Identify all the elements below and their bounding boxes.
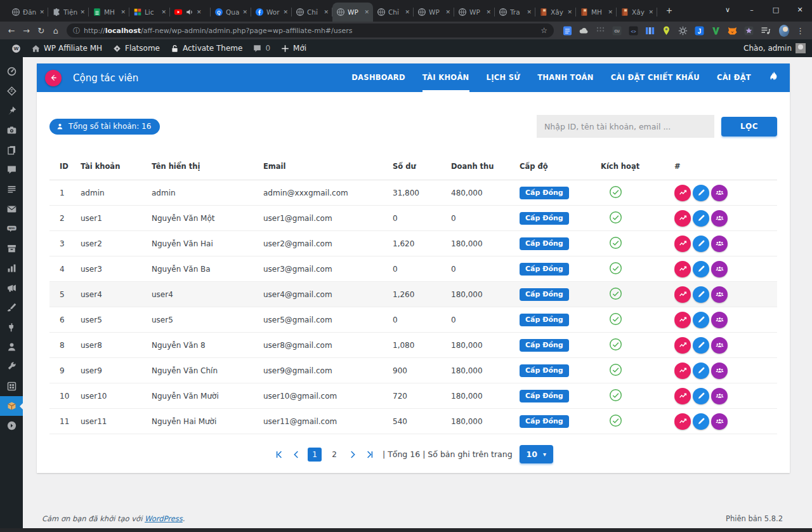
browser-tab[interactable]: Tiện✕ [48, 3, 89, 22]
stats-button[interactable] [674, 261, 691, 277]
referrals-button[interactable] [711, 337, 728, 354]
last-page-button[interactable] [364, 449, 376, 460]
activate-theme-menu[interactable]: Activate Theme [165, 39, 247, 57]
tab-close-icon[interactable]: ✕ [364, 9, 369, 15]
sidebar-item-pages[interactable] [0, 140, 23, 160]
tab-close-icon[interactable]: ✕ [648, 9, 653, 15]
referrals-button[interactable] [711, 185, 728, 201]
edit-button[interactable] [693, 312, 709, 328]
minimize-button[interactable]: – [740, 0, 764, 19]
edit-button[interactable] [693, 210, 709, 227]
page-number-1[interactable]: 1 [308, 448, 322, 462]
back-button[interactable] [45, 70, 62, 86]
sidebar-item-dashboard[interactable] [0, 62, 23, 81]
cloud-extension-icon[interactable] [579, 25, 589, 36]
page-info-icon[interactable]: ⓘ [73, 26, 80, 36]
search-input[interactable] [537, 115, 714, 138]
referrals-button[interactable] [711, 286, 728, 303]
address-bar[interactable]: ⓘ http://localhost/aff-new/wp-admin/admi… [67, 23, 554, 37]
active-check-icon[interactable] [609, 338, 622, 351]
active-check-icon[interactable] [609, 312, 622, 326]
tab-close-icon[interactable]: ✕ [80, 9, 85, 15]
maximize-button[interactable]: □ [764, 0, 788, 19]
tab-close-icon[interactable]: ✕ [161, 9, 166, 15]
browser-tab[interactable]: MH✕ [576, 3, 617, 22]
browser-tab[interactable]: Đăn✕ [8, 3, 48, 22]
tab-search-chevron-icon[interactable]: ∨ [716, 0, 740, 19]
prev-page-button[interactable] [291, 449, 302, 460]
tab-dashboard[interactable]: DASHBOARD [351, 63, 405, 92]
filter-button[interactable]: LỌC [721, 117, 777, 136]
referrals-button[interactable] [711, 261, 728, 277]
wp-logo-icon[interactable]: W [6, 39, 26, 57]
sidebar-item-media[interactable] [0, 121, 23, 140]
sidebar-item-ux-blocks[interactable] [0, 180, 23, 199]
tab-close-icon[interactable]: ✕ [197, 9, 202, 15]
edit-button[interactable] [693, 337, 709, 354]
sidebar-item-settings[interactable] [0, 376, 23, 396]
edit-button[interactable] [693, 261, 709, 277]
sidebar-item-wp-affiliate[interactable] [0, 396, 23, 416]
active-check-icon[interactable] [609, 363, 622, 376]
tab-thanh-toán[interactable]: THANH TOÁN [537, 63, 593, 92]
per-page-select[interactable]: 10 ▾ [520, 445, 553, 463]
sidebar-item-marketing[interactable] [0, 278, 23, 298]
referrals-button[interactable] [711, 388, 728, 404]
browser-tab[interactable]: Wor✕ [251, 3, 292, 22]
playlist-extension-icon[interactable] [760, 25, 771, 36]
stats-button[interactable] [674, 413, 691, 430]
browser-menu-icon[interactable]: ⋮ [796, 26, 804, 36]
fox-extension-icon[interactable] [727, 25, 738, 36]
tab-cài-đặt-chiết-khấu[interactable]: CÀI ĐẶT CHIẾT KHẤU [611, 63, 700, 92]
browser-tab[interactable]: Lic✕ [129, 3, 170, 22]
sidebar-item-analytics[interactable] [0, 258, 23, 278]
referrals-button[interactable] [711, 413, 728, 430]
browser-tab[interactable]: MH✕ [89, 3, 129, 22]
active-check-icon[interactable] [609, 236, 622, 249]
tab-close-icon[interactable]: ✕ [324, 9, 329, 15]
sidebar-item-contact[interactable] [0, 199, 23, 219]
stats-button[interactable] [674, 286, 691, 303]
home-icon[interactable]: ⌂ [49, 26, 62, 36]
columns-extension-icon[interactable] [645, 25, 655, 36]
tab-close-icon[interactable]: ✕ [405, 9, 410, 15]
sidebar-item-appearance[interactable] [0, 298, 23, 317]
browser-tab[interactable]: WP✕ [414, 3, 454, 22]
active-check-icon[interactable] [609, 185, 622, 199]
tab-cài-đặt[interactable]: CÀI ĐẶT [717, 63, 751, 92]
tab-lịch-sử[interactable]: LỊCH SỬ [487, 63, 521, 92]
tab-close-icon[interactable]: ✕ [39, 9, 44, 15]
site-name-link[interactable]: WP Affiliate MH [26, 39, 107, 57]
browser-tab[interactable]: Xây✕ [617, 3, 657, 22]
stats-button[interactable] [674, 185, 691, 201]
stats-button[interactable] [674, 210, 691, 227]
active-check-icon[interactable] [609, 262, 622, 275]
browser-tab[interactable]: Chỉ✕ [292, 3, 332, 22]
stats-button[interactable] [674, 337, 691, 354]
sidebar-item-woocommerce[interactable]: woo [0, 219, 23, 239]
edit-button[interactable] [693, 413, 709, 430]
admin-avatar[interactable] [796, 43, 806, 53]
browser-tab[interactable]: Xây✕ [535, 3, 576, 22]
comments-menu[interactable]: 0 [247, 39, 275, 57]
referrals-button[interactable] [711, 362, 728, 379]
first-page-button[interactable] [273, 449, 285, 460]
referrals-button[interactable] [711, 312, 728, 328]
browser-tab[interactable]: ✕ [170, 3, 211, 22]
tab-close-icon[interactable]: ✕ [121, 9, 126, 15]
sidebar-item-comments[interactable] [0, 160, 23, 180]
referrals-button[interactable] [711, 210, 728, 227]
reload-icon[interactable]: ↻ [35, 26, 48, 36]
new-content-menu[interactable]: Mới [275, 39, 311, 57]
admin-greeting[interactable]: Chào, admin [743, 44, 792, 53]
sidebar-item-collapse-menu[interactable] [0, 416, 23, 436]
edit-button[interactable] [693, 362, 709, 379]
browser-tab[interactable]: WP✕ [332, 3, 373, 22]
tab-close-icon[interactable]: ✕ [283, 9, 288, 15]
pin-drop-extension-icon[interactable] [661, 25, 672, 36]
bookmark-star-icon[interactable]: ☆ [540, 26, 547, 35]
tab-close-icon[interactable]: ✕ [486, 9, 491, 15]
active-check-icon[interactable] [609, 389, 622, 402]
flatsome-menu[interactable]: Flatsome [107, 39, 165, 57]
edit-button[interactable] [693, 185, 709, 201]
